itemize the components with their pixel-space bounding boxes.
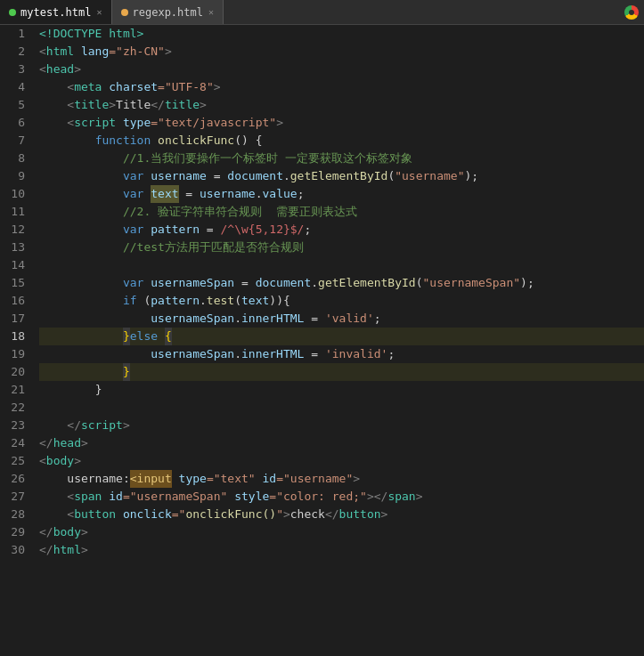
tab-dot-orange <box>121 9 128 16</box>
code-line: if (pattern.test(text)){ <box>39 292 644 310</box>
tab-label-regexp: regexp.html <box>133 6 203 19</box>
code-line: <span id="usernameSpan" style="color: re… <box>39 488 644 506</box>
chrome-icon <box>624 5 639 20</box>
tab-close-regexp[interactable]: ✕ <box>208 7 214 17</box>
code-line: var pattern = /^\w{5,12}$/; <box>39 221 644 239</box>
tab-bar: mytest.html ✕ regexp.html ✕ <box>0 0 644 25</box>
code-line: </script> <box>39 417 644 434</box>
code-line: } <box>39 381 644 399</box>
code-content[interactable]: <!DOCTYPE html><html lang="zh-CN"><head>… <box>32 25 644 656</box>
code-line: usernameSpan.innerHTML = 'invalid'; <box>39 345 644 363</box>
code-line: usernameSpan.innerHTML = 'valid'; <box>39 310 644 328</box>
code-line: <!DOCTYPE html> <box>39 25 644 43</box>
code-line: } <box>39 363 644 381</box>
code-line: function onclickFunc() { <box>39 132 644 150</box>
line-numbers: 1234567891011121314151617181920212223242… <box>0 25 32 656</box>
tab-close-mytest[interactable]: ✕ <box>96 7 102 17</box>
code-line: //1.当我们要操作一个标签时 一定要获取这个标签对象 <box>39 150 644 167</box>
code-line: //test方法用于匹配是否符合规则 <box>39 239 644 256</box>
code-line: var username = document.getElementById("… <box>39 167 644 185</box>
tab-label-mytest: mytest.html <box>20 6 91 19</box>
code-line: <html lang="zh-CN"> <box>39 43 644 61</box>
code-line: <script type="text/javascript"> <box>39 114 644 132</box>
code-line: <meta charset="UTF-8"> <box>39 78 644 96</box>
code-line: }else { <box>39 328 644 345</box>
tab-dot-green <box>9 9 16 16</box>
code-line: </body> <box>39 523 644 541</box>
code-line: </head> <box>39 434 644 452</box>
code-line: <body> <box>39 452 644 470</box>
code-line <box>39 256 644 274</box>
tab-regexp[interactable]: regexp.html ✕ <box>112 0 224 24</box>
code-line: <title>Title</title> <box>39 96 644 114</box>
code-line <box>39 399 644 417</box>
code-line: var text = username.value; <box>39 185 644 203</box>
code-line: <head> <box>39 61 644 78</box>
code-line: //2. 验证字符串符合规则 需要正则表达式 <box>39 203 644 221</box>
code-line: </html> <box>39 541 644 559</box>
tab-mytest[interactable]: mytest.html ✕ <box>0 0 112 24</box>
code-line: username:<input type="text" id="username… <box>39 470 644 488</box>
code-line: var usernameSpan = document.getElementBy… <box>39 274 644 292</box>
editor: 1234567891011121314151617181920212223242… <box>0 25 644 656</box>
code-line: <button onclick="onclickFunc()">check</b… <box>39 506 644 523</box>
